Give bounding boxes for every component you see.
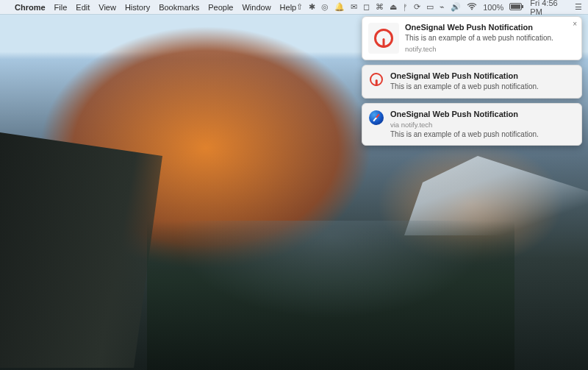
status-icon[interactable]: ✉ — [351, 2, 357, 12]
notification-banner[interactable]: OneSignal Web Push Notification via noti… — [362, 103, 582, 146]
status-icon[interactable]: ▭ — [426, 2, 434, 12]
onesignal-icon — [368, 23, 399, 54]
notification-message: This is an example of a web push notific… — [390, 130, 574, 140]
menubar: Chrome File Edit View History Bookmarks … — [0, 0, 588, 14]
notification-via: via notify.tech — [390, 121, 574, 129]
menu-file[interactable]: File — [54, 3, 68, 12]
status-icon[interactable]: ᚠ — [403, 3, 408, 12]
menu-view[interactable]: View — [98, 3, 116, 12]
onesignal-icon — [368, 71, 384, 88]
notification-banner[interactable]: × OneSignal Web Push Notification This i… — [362, 16, 582, 60]
status-icon[interactable]: ✱ — [309, 2, 315, 12]
menubar-app-name[interactable]: Chrome — [15, 3, 46, 12]
status-icon[interactable]: ◻ — [363, 2, 370, 12]
menu-window[interactable]: Window — [242, 3, 270, 12]
battery-icon[interactable] — [509, 3, 524, 12]
status-icon[interactable]: ⏏ — [390, 2, 397, 12]
menubar-clock[interactable]: Fri 4:56 PM — [530, 0, 569, 16]
menu-help[interactable]: Help — [280, 3, 297, 12]
status-icon[interactable]: ⇧ — [296, 2, 303, 12]
svg-point-0 — [471, 8, 473, 10]
menu-history[interactable]: History — [125, 3, 150, 12]
notification-message: This is an example of a web push notific… — [405, 34, 574, 43]
notification-center-icon[interactable]: ☰ — [575, 2, 582, 12]
svg-rect-2 — [511, 4, 520, 9]
menubar-status-area: ⇧ ✱ ◎ 🔔 ✉ ◻ ⌘ ⏏ ᚠ ⟳ ▭ ⌁ 🔊 100% Fri 4:56 … — [296, 0, 582, 16]
notification-stack: × OneSignal Web Push Notification This i… — [362, 16, 582, 146]
notification-title: OneSignal Web Push Notification — [390, 110, 574, 119]
notification-message: This is an example of a web push notific… — [390, 82, 574, 92]
status-icon[interactable]: ⌁ — [440, 2, 445, 12]
status-icon[interactable]: ◎ — [321, 2, 329, 12]
close-icon[interactable]: × — [573, 20, 577, 28]
notification-title: OneSignal Web Push Notification — [405, 23, 574, 32]
safari-icon — [368, 110, 384, 126]
notification-source: notify.tech — [405, 45, 574, 53]
status-icon[interactable]: ⌘ — [376, 2, 384, 12]
battery-percent: 100% — [483, 3, 503, 12]
menu-edit[interactable]: Edit — [76, 3, 90, 12]
menu-bookmarks[interactable]: Bookmarks — [159, 3, 199, 12]
menu-people[interactable]: People — [208, 3, 233, 12]
status-icon[interactable]: 🔔 — [334, 2, 345, 12]
volume-icon[interactable]: 🔊 — [451, 2, 461, 12]
notification-banner[interactable]: OneSignal Web Push Notification This is … — [362, 65, 582, 99]
status-icon[interactable]: ⟳ — [414, 2, 420, 12]
wifi-icon[interactable] — [467, 3, 477, 12]
notification-title: OneSignal Web Push Notification — [390, 71, 574, 81]
svg-rect-3 — [522, 5, 523, 8]
